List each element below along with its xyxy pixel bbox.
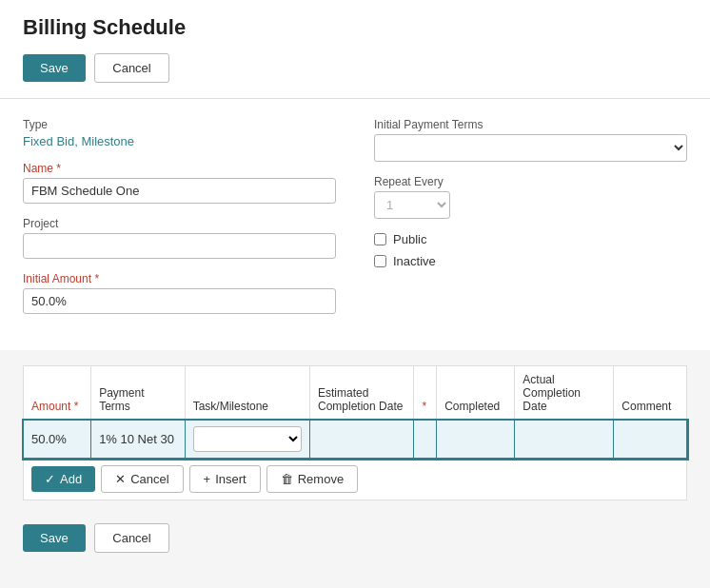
header-cancel-button[interactable]: Cancel bbox=[94, 53, 168, 83]
form-left: Type Fixed Bid, Milestone Name * Project… bbox=[23, 118, 365, 327]
th-actual-completion-label: Actual Completion Date bbox=[523, 373, 581, 413]
inactive-label: Inactive bbox=[393, 254, 436, 268]
name-label: Name * bbox=[23, 162, 336, 175]
billing-table: Amount * Payment Terms Task/Milestone Es… bbox=[23, 365, 687, 500]
task-milestone-select[interactable] bbox=[193, 426, 302, 452]
th-comment-label: Comment bbox=[621, 400, 671, 413]
cell-amount: 50.0% bbox=[24, 421, 91, 459]
project-label: Project bbox=[23, 217, 336, 230]
footer-save-button[interactable]: Save bbox=[23, 524, 86, 552]
toolbar-buttons: ✓ Add ✕ Cancel + Insert bbox=[31, 465, 679, 493]
initial-amount-label-text: Initial Amount bbox=[23, 272, 91, 285]
th-actual-completion: Actual Completion Date bbox=[515, 366, 614, 421]
inactive-checkbox[interactable] bbox=[374, 255, 386, 267]
table-body: 50.0% 1% 10 Net 30 bbox=[24, 421, 687, 500]
cell-task-milestone bbox=[185, 421, 309, 459]
repeat-every-field-group: Repeat Every 1 bbox=[374, 175, 687, 219]
inactive-checkbox-row: Inactive bbox=[374, 254, 687, 268]
project-input[interactable] bbox=[23, 233, 336, 259]
type-label: Type bbox=[23, 118, 336, 131]
x-icon: ✕ bbox=[115, 472, 126, 486]
table-row[interactable]: 50.0% 1% 10 Net 30 bbox=[24, 421, 687, 459]
toolbar-cancel-label: Cancel bbox=[130, 472, 168, 486]
add-label: Add bbox=[60, 472, 82, 486]
th-task-milestone-label: Task/Milestone bbox=[193, 400, 268, 413]
th-payment-terms: Payment Terms bbox=[91, 366, 186, 421]
footer-section: Save Cancel bbox=[0, 516, 710, 572]
th-est-completion: Estimated Completion Date bbox=[310, 366, 414, 421]
initial-payment-terms-select[interactable] bbox=[374, 134, 687, 162]
initial-amount-required-star: * bbox=[94, 272, 99, 285]
toolbar-cancel-button[interactable]: ✕ Cancel bbox=[101, 465, 183, 493]
initial-payment-terms-field-group: Initial Payment Terms bbox=[374, 118, 687, 162]
th-completed-label: Completed bbox=[444, 400, 500, 413]
table-section: Amount * Payment Terms Task/Milestone Es… bbox=[0, 350, 710, 516]
remove-label: Remove bbox=[298, 472, 344, 486]
name-label-text: Name bbox=[23, 162, 53, 175]
th-task-milestone: Task/Milestone bbox=[185, 366, 309, 421]
th-amount: Amount * bbox=[24, 366, 91, 421]
name-input[interactable] bbox=[23, 178, 336, 204]
th-asterisk: * bbox=[414, 366, 437, 421]
remove-button[interactable]: 🗑 Remove bbox=[266, 465, 358, 493]
form-section: Type Fixed Bid, Milestone Name * Project… bbox=[0, 99, 710, 350]
th-payment-terms-label: Payment Terms bbox=[99, 386, 144, 413]
initial-payment-terms-label: Initial Payment Terms bbox=[374, 118, 687, 131]
header-section: Billing Schedule Save Cancel bbox=[0, 0, 710, 99]
toolbar-cell: ✓ Add ✕ Cancel + Insert bbox=[24, 459, 687, 500]
footer-cancel-button[interactable]: Cancel bbox=[94, 523, 168, 553]
type-field-group: Type Fixed Bid, Milestone bbox=[23, 118, 336, 148]
header-save-button[interactable]: Save bbox=[23, 54, 86, 82]
public-label: Public bbox=[393, 232, 426, 246]
plus-icon: + bbox=[204, 472, 211, 486]
th-comment: Comment bbox=[614, 366, 687, 421]
page-wrapper: Billing Schedule Save Cancel Type Fixed … bbox=[0, 0, 710, 572]
name-field-group: Name * bbox=[23, 162, 336, 204]
type-value: Fixed Bid, Milestone bbox=[23, 134, 336, 148]
th-asterisk-label: * bbox=[422, 400, 426, 413]
trash-icon: 🗑 bbox=[281, 472, 293, 486]
initial-amount-label: Initial Amount * bbox=[23, 272, 336, 285]
cell-comment bbox=[614, 421, 687, 459]
table-header-row: Amount * Payment Terms Task/Milestone Es… bbox=[24, 366, 687, 421]
th-amount-label: Amount * bbox=[31, 400, 78, 413]
add-button[interactable]: ✓ Add bbox=[31, 466, 95, 492]
th-est-completion-label: Estimated Completion Date bbox=[318, 386, 403, 413]
public-checkbox-row: Public bbox=[374, 232, 687, 246]
repeat-every-label: Repeat Every bbox=[374, 175, 687, 188]
th-completed: Completed bbox=[437, 366, 515, 421]
name-required-star: * bbox=[56, 162, 61, 175]
insert-label: Insert bbox=[215, 472, 247, 486]
table-header: Amount * Payment Terms Task/Milestone Es… bbox=[24, 366, 687, 421]
toolbar-row: ✓ Add ✕ Cancel + Insert bbox=[24, 459, 687, 500]
project-field-group: Project bbox=[23, 217, 336, 259]
public-checkbox[interactable] bbox=[374, 233, 386, 245]
cell-actual-completion bbox=[515, 421, 614, 459]
insert-button[interactable]: + Insert bbox=[189, 465, 261, 493]
cell-completed bbox=[437, 421, 515, 459]
checkmark-icon: ✓ bbox=[45, 472, 55, 486]
repeat-every-select[interactable]: 1 bbox=[374, 191, 450, 219]
form-right: Initial Payment Terms Repeat Every 1 Pub… bbox=[365, 118, 687, 327]
cell-payment-terms: 1% 10 Net 30 bbox=[91, 421, 186, 459]
page-title: Billing Schedule bbox=[23, 15, 687, 40]
cell-asterisk bbox=[414, 421, 437, 459]
cell-est-completion bbox=[310, 421, 414, 459]
initial-amount-field-group: Initial Amount * bbox=[23, 272, 336, 314]
initial-amount-input[interactable] bbox=[23, 288, 336, 314]
